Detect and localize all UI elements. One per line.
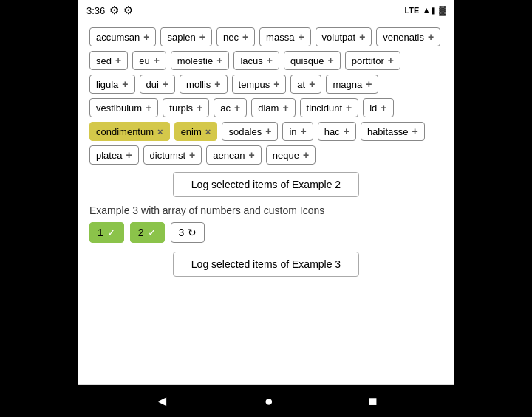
tag-item[interactable]: volutpat + — [316, 27, 372, 46]
tag-item[interactable]: ac + — [214, 98, 247, 117]
tag-item[interactable]: diam + — [251, 98, 295, 117]
tag-plus-icon[interactable]: + — [388, 55, 394, 66]
battery-icon: ▓ — [439, 5, 446, 15]
tag-plus-icon[interactable]: + — [189, 149, 195, 161]
tag-plus-icon[interactable]: + — [346, 102, 352, 114]
tag-item[interactable]: accumsan + — [89, 27, 156, 46]
tag-item[interactable]: neque + — [266, 145, 316, 165]
status-bar: 3:36 ⚙ ⚙ LTE ▲▮ ▓ — [78, 0, 454, 21]
tag-plus-icon[interactable]: + — [309, 78, 315, 90]
tag-item[interactable]: at + — [290, 75, 321, 94]
tag-plus-icon[interactable]: + — [359, 31, 365, 43]
tag-item[interactable]: hac + — [318, 122, 356, 141]
settings-icon-2: ⚙ — [123, 4, 133, 17]
tag-plus-icon[interactable]: + — [126, 149, 132, 161]
tag-plus-icon[interactable]: + — [143, 31, 149, 43]
tag-item[interactable]: mollis + — [180, 75, 227, 94]
chip-icon: ✓ — [107, 227, 116, 238]
tag-item[interactable]: dictumst + — [143, 145, 202, 165]
tag-plus-icon[interactable]: + — [265, 125, 271, 137]
tag-item[interactable]: enim × — [174, 122, 218, 141]
tag-item[interactable]: aenean + — [206, 145, 262, 165]
log-example2-button[interactable]: Log selected items of Example 2 — [173, 172, 359, 197]
chip-icon: ✓ — [148, 227, 157, 238]
tag-item[interactable]: in + — [282, 122, 313, 141]
tag-plus-icon[interactable]: + — [154, 55, 160, 66]
tag-plus-icon[interactable]: + — [328, 55, 334, 66]
tag-plus-icon[interactable]: + — [163, 78, 168, 90]
tag-plus-icon[interactable]: + — [282, 102, 288, 114]
tag-item[interactable]: sapien + — [160, 27, 212, 46]
recent-icon[interactable]: ■ — [369, 393, 378, 410]
tag-item[interactable]: venenatis + — [376, 27, 440, 46]
tag-plus-icon[interactable]: + — [115, 55, 121, 66]
tag-item[interactable]: porttitor + — [345, 51, 400, 70]
tag-item[interactable]: tempus + — [232, 75, 287, 94]
tag-plus-icon[interactable]: + — [366, 78, 372, 90]
lte-indicator: LTE — [404, 6, 419, 15]
tags-container-example2: accumsan +sapien +nec +massa +volutpat +… — [89, 27, 443, 165]
tag-plus-icon[interactable]: + — [200, 31, 205, 43]
tag-plus-icon[interactable]: + — [428, 31, 434, 43]
nav-bar: ◄ ● ■ — [78, 385, 454, 417]
tag-item[interactable]: condimentum × — [89, 122, 170, 141]
tag-item[interactable]: habitasse + — [361, 122, 425, 141]
tag-item[interactable]: sodales + — [222, 122, 278, 141]
chip-icon: ↻ — [188, 227, 197, 238]
tag-close-icon[interactable]: × — [157, 126, 163, 137]
tag-item[interactable]: massa + — [259, 27, 310, 46]
tag-item[interactable]: tincidunt + — [300, 98, 359, 117]
tag-item[interactable]: molestie + — [171, 51, 230, 70]
tag-item[interactable]: vestibulum + — [89, 98, 158, 117]
tag-item[interactable]: turpis + — [163, 98, 209, 117]
log-example3-button[interactable]: Log selected items of Example 3 — [173, 252, 359, 277]
tag-plus-icon[interactable]: + — [249, 149, 255, 161]
tag-plus-icon[interactable]: + — [234, 102, 240, 114]
phone-frame: 3:36 ⚙ ⚙ LTE ▲▮ ▓ accumsan +sapien +nec … — [78, 0, 454, 417]
tag-item[interactable]: nec + — [216, 27, 255, 46]
time-display: 3:36 — [86, 5, 105, 16]
tag-item[interactable]: lacus + — [233, 51, 279, 70]
signal-icon: ▲▮ — [422, 5, 436, 15]
back-icon[interactable]: ◄ — [154, 393, 169, 410]
tag-item[interactable]: magna + — [326, 75, 378, 94]
number-chip[interactable]: 1 ✓ — [89, 222, 124, 243]
tag-plus-icon[interactable]: + — [267, 55, 273, 66]
tag-plus-icon[interactable]: + — [273, 78, 279, 90]
tag-plus-icon[interactable]: + — [381, 102, 386, 114]
status-right: LTE ▲▮ ▓ — [404, 5, 446, 15]
content-area: accumsan +sapien +nec +massa +volutpat +… — [78, 21, 454, 385]
tag-close-icon[interactable]: × — [205, 126, 211, 137]
tag-item[interactable]: quisque + — [284, 51, 341, 70]
tag-item[interactable]: platea + — [89, 145, 139, 165]
tag-plus-icon[interactable]: + — [303, 149, 309, 161]
tag-plus-icon[interactable]: + — [214, 78, 220, 90]
tag-plus-icon[interactable]: + — [122, 78, 128, 90]
tag-plus-icon[interactable]: + — [298, 31, 304, 43]
tag-item[interactable]: sed + — [89, 51, 128, 70]
tag-plus-icon[interactable]: + — [146, 102, 151, 114]
home-icon[interactable]: ● — [265, 393, 273, 410]
tag-plus-icon[interactable]: + — [197, 102, 202, 114]
tag-item[interactable]: dui + — [140, 75, 176, 94]
status-left: 3:36 ⚙ ⚙ — [86, 4, 133, 17]
example3-section-label: Example 3 with array of numbers and cust… — [89, 204, 443, 216]
number-chip[interactable]: 3 ↻ — [171, 222, 205, 243]
number-chip[interactable]: 2 ✓ — [130, 222, 165, 243]
tag-plus-icon[interactable]: + — [301, 125, 307, 137]
tag-item[interactable]: ligula + — [89, 75, 135, 94]
settings-icon-1: ⚙ — [109, 4, 119, 17]
tag-plus-icon[interactable]: + — [242, 31, 248, 43]
tag-plus-icon[interactable]: + — [216, 55, 222, 66]
tag-item[interactable]: id + — [363, 98, 393, 117]
tag-item[interactable]: eu + — [132, 51, 166, 70]
number-chips-container: 1 ✓2 ✓3 ↻ — [89, 222, 443, 243]
tag-plus-icon[interactable]: + — [412, 125, 418, 137]
tag-plus-icon[interactable]: + — [344, 125, 349, 137]
